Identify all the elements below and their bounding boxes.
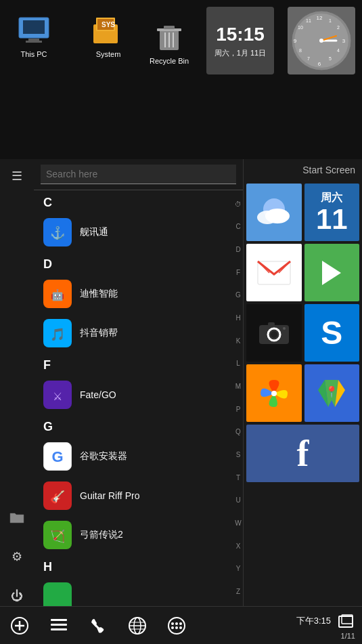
alpha-clock[interactable]: ⏱: [235, 200, 242, 209]
desktop-icon-recycle-bin[interactable]: Recycle Bin: [142, 14, 196, 72]
app-name-fate: Fate/GO: [80, 389, 116, 400]
list-item[interactable]: ⚓ 舰讯通: [34, 213, 243, 252]
app-name-diwei: 迪惟智能: [80, 288, 118, 300]
alpha-c[interactable]: C: [235, 223, 242, 231]
svg-text:8: 8: [299, 48, 302, 53]
svg-text:4: 4: [337, 48, 340, 53]
list-item[interactable]: 🎸 Guitar Riff Pro: [34, 476, 243, 515]
power-icon[interactable]: ⏻: [7, 586, 27, 606]
section-header-c: C: [34, 190, 243, 213]
tile-calendar[interactable]: 周六 11: [304, 184, 360, 241]
svg-text:1: 1: [329, 18, 332, 23]
section-header-g: G: [34, 414, 243, 437]
search-input[interactable]: [41, 165, 236, 184]
folder-icon[interactable]: [7, 507, 27, 528]
start-screen-title: Start Screen: [244, 159, 362, 181]
tile-maps[interactable]: 📍: [304, 364, 360, 422]
svg-point-79: [168, 618, 185, 634]
calendar-date-number: 11: [316, 205, 348, 234]
tile-gmail[interactable]: [246, 244, 302, 301]
svg-rect-1: [23, 20, 45, 34]
alpha-p[interactable]: P: [235, 406, 242, 414]
dots-button[interactable]: [164, 613, 189, 639]
svg-point-84: [175, 626, 178, 629]
system-icon: SYS: [91, 12, 126, 47]
app-list-scroll[interactable]: C ⚓ 舰讯通 D 🤖 迪惟智能: [34, 190, 243, 606]
tile-facebook[interactable]: f: [246, 425, 359, 482]
add-button[interactable]: [7, 613, 32, 639]
tile-weather[interactable]: [246, 184, 302, 241]
app-name-arrow-legend: 弓箭传说2: [80, 529, 123, 541]
list-item[interactable]: 🤖 迪惟智能: [34, 274, 243, 314]
app-icon-guitar-riff: 🎸: [43, 481, 72, 510]
desktop: This PC SYS System 15:15 周六，1月 11日 12 3 …: [0, 0, 362, 159]
alpha-g[interactable]: G: [235, 291, 242, 299]
app-icon-diwei: 🤖: [43, 280, 72, 308]
alpha-w[interactable]: W: [235, 519, 242, 528]
svg-marker-59: [322, 261, 341, 285]
clock-digital-widget: 15:15 周六，1月 11日: [206, 7, 274, 74]
alpha-m[interactable]: M: [235, 383, 242, 391]
taskbar: 下午3:15 1/11: [0, 606, 362, 644]
svg-text:7: 7: [307, 56, 310, 61]
window-icon[interactable]: [336, 611, 355, 630]
list-item[interactable]: 🏹 弓箭传说2: [34, 515, 243, 555]
svg-rect-71: [51, 624, 67, 626]
svg-point-55: [265, 209, 290, 223]
alpha-q[interactable]: Q: [235, 428, 242, 436]
hamburger-menu-icon[interactable]: ☰: [7, 166, 27, 186]
section-header-d: D: [34, 252, 243, 274]
alpha-l[interactable]: L: [235, 360, 242, 368]
svg-point-64: [283, 327, 286, 330]
list-item[interactable]: ⚔ Fate/GO: [34, 375, 243, 414]
alpha-s[interactable]: S: [235, 451, 242, 459]
alpha-u[interactable]: U: [235, 496, 242, 505]
alpha-k[interactable]: K: [235, 337, 242, 345]
tile-camera[interactable]: [246, 304, 302, 362]
list-item[interactable]: 🎵 抖音销帮: [34, 314, 243, 353]
svg-rect-86: [339, 616, 353, 627]
app-name-guitar-riff: Guitar Riff Pro: [80, 490, 139, 501]
clock-time: 15:15: [216, 24, 265, 45]
taskbar-left: [7, 613, 189, 639]
tile-pinwheel[interactable]: [246, 364, 302, 422]
alpha-d[interactable]: D: [235, 246, 242, 254]
tile-skype[interactable]: S: [304, 304, 360, 362]
svg-rect-27: [164, 26, 175, 29]
svg-text:9: 9: [294, 38, 297, 44]
svg-text:2: 2: [337, 25, 340, 30]
phone-button[interactable]: [85, 613, 111, 639]
alpha-z[interactable]: Z: [235, 588, 242, 596]
settings-icon[interactable]: ⚙: [7, 546, 27, 567]
svg-text:3: 3: [342, 38, 346, 44]
recycle-bin-icon: [152, 19, 187, 54]
desktop-icon-system[interactable]: SYS System: [81, 7, 135, 72]
system-label: System: [96, 50, 121, 58]
alpha-t[interactable]: T: [235, 474, 242, 482]
desktop-icon-this-pc[interactable]: This PC: [7, 7, 61, 72]
search-bar: [34, 159, 243, 190]
list-item[interactable]: G 谷歌安装器: [34, 437, 243, 476]
main-area: ☰ ⚙ ⏻ C ⚓ 舰讯通: [0, 159, 362, 606]
svg-rect-73: [55, 624, 58, 626]
alpha-h[interactable]: H: [235, 314, 242, 322]
svg-point-85: [179, 626, 182, 629]
start-screen-panel: Start Screen 周六 11: [244, 159, 362, 606]
facebook-f-letter: f: [297, 433, 309, 475]
tile-play-store[interactable]: [304, 244, 360, 301]
svg-rect-3: [26, 41, 42, 43]
app-icon-h-app: [43, 582, 72, 606]
taskbar-right: 下午3:15 1/11: [296, 611, 355, 640]
list-item[interactable]: [34, 577, 243, 606]
svg-text:6: 6: [318, 61, 321, 67]
recycle-bin-label: Recycle Bin: [150, 57, 189, 65]
alpha-y[interactable]: Y: [235, 565, 242, 573]
alpha-f[interactable]: F: [235, 269, 242, 277]
menu-button[interactable]: [46, 613, 72, 639]
svg-point-62: [271, 331, 277, 338]
app-icon-arrow-legend: 🏹: [43, 521, 72, 549]
svg-text:📍: 📍: [325, 385, 338, 398]
globe-button[interactable]: [125, 613, 150, 639]
app-icon-chuanxuntong: ⚓: [43, 218, 72, 246]
alpha-x[interactable]: X: [235, 542, 242, 551]
